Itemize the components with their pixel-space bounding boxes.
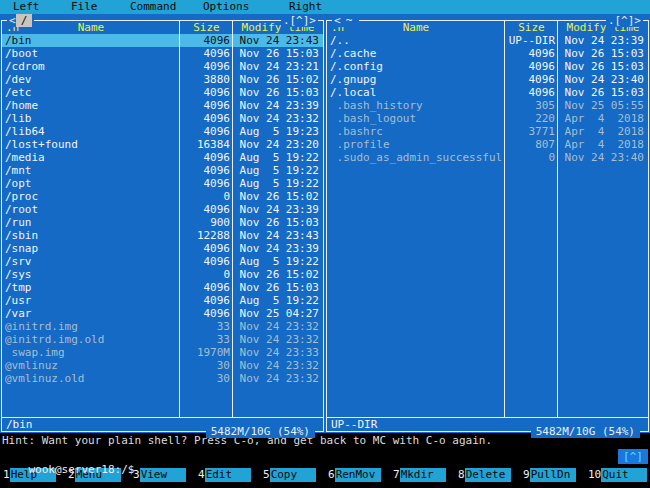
fkey-renmov-button[interactable]: 6RenMov [325,468,390,488]
fkey-delete-button[interactable]: 8Delete [455,468,520,488]
file-name[interactable]: /root [2,203,180,216]
file-row[interactable]: /snap4096Nov 24 23:39 [2,242,323,255]
file-name[interactable]: /dev [2,73,180,86]
column-header-size[interactable]: Size [180,21,233,34]
menu-item-options[interactable]: Options [203,0,249,13]
file-name[interactable]: .bashrc [327,125,505,138]
file-row[interactable]: /etc4096Nov 26 15:03 [2,86,323,99]
file-name[interactable]: @initrd.img.old [2,333,180,346]
history-back-icon[interactable]: < [9,14,16,27]
file-row[interactable]: /.cache4096Nov 26 15:03 [327,47,648,60]
file-name[interactable]: /.. [327,34,505,47]
file-name[interactable]: /lib64 [2,125,180,138]
file-row[interactable]: /usr4096Aug 5 19:22 [2,294,323,307]
file-row[interactable]: .profile807Apr 4 2018 [327,138,648,151]
file-row[interactable]: /var4096Nov 25 04:27 [2,307,323,320]
history-back-icon[interactable]: < [334,14,341,27]
file-name[interactable]: .sudo_as_admin_successful [327,151,505,164]
fkey-mkdir-button[interactable]: 7Mkdir [390,468,455,488]
file-row[interactable]: /media4096Aug 5 19:22 [2,151,323,164]
file-name[interactable]: swap.img [2,346,180,359]
fkey-label[interactable]: View [140,468,186,482]
current-path[interactable]: ~ [341,14,358,27]
file-row[interactable]: swap.img1970MNov 24 23:33 [2,346,323,359]
file-name[interactable]: @initrd.img [2,320,180,333]
menu-item-file[interactable]: File [71,0,98,13]
file-row[interactable]: /..UP--DIRNov 24 23:39 [327,34,648,47]
file-row[interactable]: /boot4096Nov 26 15:03 [2,47,323,60]
file-name[interactable]: /tmp [2,281,180,294]
file-row[interactable]: @vmlinuz30Nov 24 23:32 [2,359,323,372]
menu-item-left[interactable]: Left [13,0,40,13]
fkey-label[interactable]: RenMov [335,468,381,482]
menu-item-right[interactable]: Right [289,0,322,13]
file-name[interactable]: /snap [2,242,180,255]
file-row[interactable]: /bin4096Nov 24 23:43 [2,34,323,47]
file-name[interactable]: /sbin [2,229,180,242]
file-name[interactable]: /opt [2,177,180,190]
file-name[interactable]: /bin [2,34,180,47]
file-name[interactable]: /sys [2,268,180,281]
command-prompt-line[interactable]: wook@server18:/$ [^] [0,448,650,465]
column-header-size[interactable]: Size [505,21,558,34]
file-name[interactable]: /boot [2,47,180,60]
fkey-label[interactable]: Edit [205,468,251,482]
fkey-quit-button[interactable]: 10Quit [585,468,650,488]
file-name[interactable]: /home [2,99,180,112]
file-row[interactable]: .sudo_as_admin_successful0Nov 24 23:40 [327,151,648,164]
file-name[interactable]: /.config [327,60,505,73]
file-row[interactable]: .bashrc3771Apr 4 2018 [327,125,648,138]
file-row[interactable]: @initrd.img33Nov 24 23:32 [2,320,323,333]
file-name[interactable]: /srv [2,255,180,268]
file-name[interactable]: /cdrom [2,60,180,73]
file-name[interactable]: .bash_history [327,99,505,112]
file-row[interactable]: /lib4096Nov 24 23:32 [2,112,323,125]
file-name[interactable]: /var [2,307,180,320]
file-row[interactable]: /.config4096Nov 26 15:03 [327,60,648,73]
current-path[interactable]: / [16,14,33,27]
file-row[interactable]: /lib644096Aug 5 19:23 [2,125,323,138]
file-row[interactable]: /sys0Nov 26 15:02 [2,268,323,281]
file-row[interactable]: /sbin12288Nov 24 23:43 [2,229,323,242]
fkey-copy-button[interactable]: 5Copy [260,468,325,488]
file-name[interactable]: /lib [2,112,180,125]
fkey-label[interactable]: Quit [601,468,647,482]
fkey-edit-button[interactable]: 4Edit [195,468,260,488]
fkey-label[interactable]: Delete [465,468,511,482]
file-row[interactable]: /lost+found16384Nov 24 23:20 [2,138,323,151]
file-name[interactable]: /.cache [327,47,505,60]
fkey-label[interactable]: PullDn [530,468,576,482]
file-name[interactable]: /etc [2,86,180,99]
file-name[interactable]: /lost+found [2,138,180,151]
file-name[interactable]: /.gnupg [327,73,505,86]
fkey-label[interactable]: Copy [270,468,316,482]
file-name[interactable]: .bash_logout [327,112,505,125]
file-row[interactable]: /root4096Nov 24 23:39 [2,203,323,216]
fkey-view-button[interactable]: 3View [130,468,195,488]
file-row[interactable]: /dev3880Nov 26 15:02 [2,73,323,86]
file-name[interactable]: @vmlinuz [2,359,180,372]
file-row[interactable]: /run900Nov 26 15:03 [2,216,323,229]
shell-prompt[interactable]: wook@server18:/$ [29,463,135,476]
file-row[interactable]: /tmp4096Nov 26 15:03 [2,281,323,294]
file-row[interactable]: .bash_history305Nov 25 05:55 [327,99,648,112]
file-row[interactable]: /cdrom4096Nov 24 23:21 [2,60,323,73]
file-name[interactable]: .profile [327,138,505,151]
file-name[interactable]: /media [2,151,180,164]
file-name[interactable]: /mnt [2,164,180,177]
file-name[interactable]: @vmlinuz.old [2,372,180,385]
file-name[interactable]: /usr [2,294,180,307]
file-row[interactable]: .bash_logout220Apr 4 2018 [327,112,648,125]
file-row[interactable]: /mnt4096Aug 5 19:22 [2,164,323,177]
file-row[interactable]: /.gnupg4096Nov 24 23:40 [327,73,648,86]
file-row[interactable]: /home4096Nov 24 23:39 [2,99,323,112]
fkey-pulldn-button[interactable]: 9PullDn [520,468,585,488]
fkey-label[interactable]: Mkdir [400,468,446,482]
file-row[interactable]: @vmlinuz.old30Nov 24 23:32 [2,372,323,385]
file-row[interactable]: /opt4096Aug 5 19:22 [2,177,323,190]
panel-header-controls[interactable]: .[^]> [281,14,318,27]
file-row[interactable]: /proc0Nov 26 15:02 [2,190,323,203]
file-name[interactable]: /run [2,216,180,229]
panel-header-controls[interactable]: .[^]> [606,14,643,27]
file-name[interactable]: /.local [327,86,505,99]
